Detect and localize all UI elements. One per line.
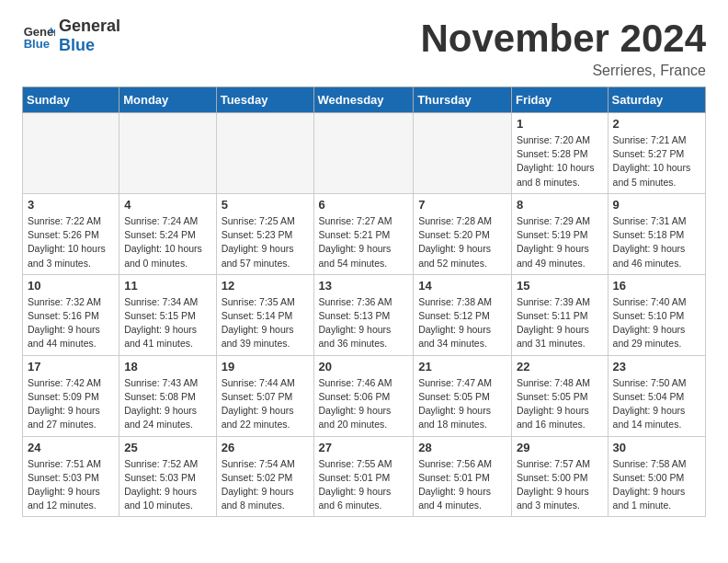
day-info: Sunrise: 7:29 AM Sunset: 5:19 PM Dayligh… <box>517 214 603 270</box>
day-cell: 29Sunrise: 7:57 AM Sunset: 5:00 PM Dayli… <box>511 436 608 517</box>
day-info: Sunrise: 7:34 AM Sunset: 5:15 PM Dayligh… <box>124 295 210 351</box>
weekday-header-friday: Friday <box>511 87 608 113</box>
day-info: Sunrise: 7:38 AM Sunset: 5:12 PM Dayligh… <box>418 295 506 351</box>
week-row-2: 3Sunrise: 7:22 AM Sunset: 5:26 PM Daylig… <box>23 193 706 274</box>
day-cell: 22Sunrise: 7:48 AM Sunset: 5:05 PM Dayli… <box>511 355 608 436</box>
day-cell: 23Sunrise: 7:50 AM Sunset: 5:04 PM Dayli… <box>608 355 705 436</box>
day-info: Sunrise: 7:58 AM Sunset: 5:00 PM Dayligh… <box>613 457 700 513</box>
month-title: November 2024 <box>420 17 706 61</box>
day-cell: 17Sunrise: 7:42 AM Sunset: 5:09 PM Dayli… <box>23 355 119 436</box>
day-cell <box>23 113 119 194</box>
day-number: 10 <box>28 279 114 293</box>
svg-text:Blue: Blue <box>24 37 50 51</box>
day-cell: 13Sunrise: 7:36 AM Sunset: 5:13 PM Dayli… <box>313 274 414 355</box>
day-number: 23 <box>613 360 700 373</box>
day-cell: 20Sunrise: 7:46 AM Sunset: 5:06 PM Dayli… <box>313 355 414 436</box>
day-number: 20 <box>319 360 409 373</box>
day-cell <box>313 113 414 194</box>
weekday-header-wednesday: Wednesday <box>313 87 414 113</box>
day-info: Sunrise: 7:51 AM Sunset: 5:03 PM Dayligh… <box>28 457 114 513</box>
day-cell: 4Sunrise: 7:24 AM Sunset: 5:24 PM Daylig… <box>119 193 216 274</box>
day-number: 14 <box>418 279 506 293</box>
day-info: Sunrise: 7:46 AM Sunset: 5:06 PM Dayligh… <box>319 376 409 432</box>
weekday-header-sunday: Sunday <box>23 87 119 113</box>
day-number: 17 <box>28 360 114 373</box>
day-cell: 9Sunrise: 7:31 AM Sunset: 5:18 PM Daylig… <box>608 193 705 274</box>
day-cell: 10Sunrise: 7:32 AM Sunset: 5:16 PM Dayli… <box>23 274 119 355</box>
day-info: Sunrise: 7:43 AM Sunset: 5:08 PM Dayligh… <box>124 376 210 432</box>
weekday-header-tuesday: Tuesday <box>216 87 313 113</box>
day-cell: 12Sunrise: 7:35 AM Sunset: 5:14 PM Dayli… <box>216 274 313 355</box>
day-info: Sunrise: 7:32 AM Sunset: 5:16 PM Dayligh… <box>28 295 114 351</box>
header: General Blue General Blue November 2024 … <box>0 0 728 86</box>
day-number: 16 <box>613 279 700 293</box>
day-cell <box>414 113 512 194</box>
day-cell: 2Sunrise: 7:21 AM Sunset: 5:27 PM Daylig… <box>608 113 705 194</box>
logo-line1: General <box>59 17 120 36</box>
day-number: 27 <box>319 441 409 454</box>
day-number: 15 <box>517 279 603 293</box>
day-cell: 15Sunrise: 7:39 AM Sunset: 5:11 PM Dayli… <box>511 274 608 355</box>
day-number: 21 <box>418 360 506 373</box>
day-cell: 3Sunrise: 7:22 AM Sunset: 5:26 PM Daylig… <box>23 193 119 274</box>
day-cell: 5Sunrise: 7:25 AM Sunset: 5:23 PM Daylig… <box>216 193 313 274</box>
day-info: Sunrise: 7:50 AM Sunset: 5:04 PM Dayligh… <box>613 376 700 432</box>
weekday-header-saturday: Saturday <box>608 87 705 113</box>
day-number: 13 <box>319 279 409 293</box>
day-cell: 28Sunrise: 7:56 AM Sunset: 5:01 PM Dayli… <box>414 436 512 517</box>
day-cell: 14Sunrise: 7:38 AM Sunset: 5:12 PM Dayli… <box>414 274 512 355</box>
title-block: November 2024 Serrieres, France <box>420 17 706 79</box>
day-info: Sunrise: 7:31 AM Sunset: 5:18 PM Dayligh… <box>613 214 700 270</box>
day-info: Sunrise: 7:36 AM Sunset: 5:13 PM Dayligh… <box>319 295 409 351</box>
day-cell <box>119 113 216 194</box>
day-number: 9 <box>613 198 700 212</box>
day-info: Sunrise: 7:39 AM Sunset: 5:11 PM Dayligh… <box>517 295 603 351</box>
day-cell: 18Sunrise: 7:43 AM Sunset: 5:08 PM Dayli… <box>119 355 216 436</box>
day-number: 3 <box>28 198 114 212</box>
day-number: 5 <box>222 198 309 212</box>
day-cell: 7Sunrise: 7:28 AM Sunset: 5:20 PM Daylig… <box>414 193 512 274</box>
day-cell: 1Sunrise: 7:20 AM Sunset: 5:28 PM Daylig… <box>511 113 608 194</box>
day-info: Sunrise: 7:28 AM Sunset: 5:20 PM Dayligh… <box>418 214 506 270</box>
day-info: Sunrise: 7:35 AM Sunset: 5:14 PM Dayligh… <box>222 295 309 351</box>
logo-line2: Blue <box>59 36 120 55</box>
day-number: 29 <box>517 441 603 454</box>
day-cell: 21Sunrise: 7:47 AM Sunset: 5:05 PM Dayli… <box>414 355 512 436</box>
day-number: 8 <box>517 198 603 212</box>
day-info: Sunrise: 7:25 AM Sunset: 5:23 PM Dayligh… <box>222 214 309 270</box>
weekday-header-monday: Monday <box>119 87 216 113</box>
day-number: 12 <box>222 279 309 293</box>
weekday-header-thursday: Thursday <box>414 87 512 113</box>
location: Serrieres, France <box>420 63 706 79</box>
day-number: 18 <box>124 360 210 373</box>
week-row-3: 10Sunrise: 7:32 AM Sunset: 5:16 PM Dayli… <box>23 274 706 355</box>
day-info: Sunrise: 7:52 AM Sunset: 5:03 PM Dayligh… <box>124 457 210 513</box>
day-number: 6 <box>319 198 409 212</box>
day-info: Sunrise: 7:42 AM Sunset: 5:09 PM Dayligh… <box>28 376 114 432</box>
day-number: 4 <box>124 198 210 212</box>
day-number: 7 <box>418 198 506 212</box>
day-info: Sunrise: 7:22 AM Sunset: 5:26 PM Dayligh… <box>28 214 114 270</box>
weekday-header-row: SundayMondayTuesdayWednesdayThursdayFrid… <box>23 87 706 113</box>
day-number: 25 <box>124 441 210 454</box>
day-cell: 27Sunrise: 7:55 AM Sunset: 5:01 PM Dayli… <box>313 436 414 517</box>
day-number: 11 <box>124 279 210 293</box>
day-info: Sunrise: 7:57 AM Sunset: 5:00 PM Dayligh… <box>517 457 603 513</box>
day-number: 22 <box>517 360 603 373</box>
day-cell: 26Sunrise: 7:54 AM Sunset: 5:02 PM Dayli… <box>216 436 313 517</box>
day-cell: 19Sunrise: 7:44 AM Sunset: 5:07 PM Dayli… <box>216 355 313 436</box>
day-number: 1 <box>517 117 603 131</box>
week-row-5: 24Sunrise: 7:51 AM Sunset: 5:03 PM Dayli… <box>23 436 706 517</box>
day-info: Sunrise: 7:55 AM Sunset: 5:01 PM Dayligh… <box>319 457 409 513</box>
day-cell: 30Sunrise: 7:58 AM Sunset: 5:00 PM Dayli… <box>608 436 705 517</box>
day-info: Sunrise: 7:48 AM Sunset: 5:05 PM Dayligh… <box>517 376 603 432</box>
day-info: Sunrise: 7:56 AM Sunset: 5:01 PM Dayligh… <box>418 457 506 513</box>
day-cell: 6Sunrise: 7:27 AM Sunset: 5:21 PM Daylig… <box>313 193 414 274</box>
day-cell: 8Sunrise: 7:29 AM Sunset: 5:19 PM Daylig… <box>511 193 608 274</box>
day-number: 30 <box>613 441 700 454</box>
day-info: Sunrise: 7:54 AM Sunset: 5:02 PM Dayligh… <box>222 457 309 513</box>
day-info: Sunrise: 7:40 AM Sunset: 5:10 PM Dayligh… <box>613 295 700 351</box>
day-number: 2 <box>613 117 700 131</box>
day-cell <box>216 113 313 194</box>
day-number: 28 <box>418 441 506 454</box>
